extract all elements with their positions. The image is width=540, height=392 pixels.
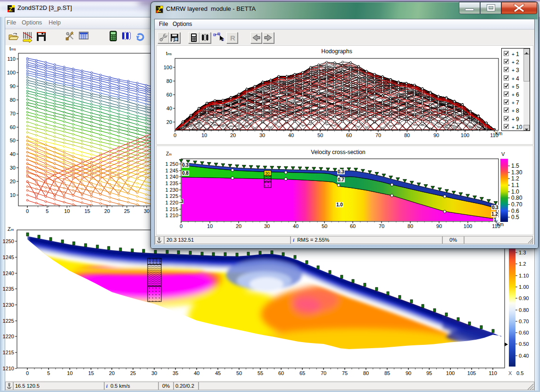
svg-text:0.50: 0.50 [519,341,529,347]
svg-text:15: 15 [88,370,94,376]
svg-text:90: 90 [406,370,411,376]
svg-text:1225: 1225 [3,318,14,324]
svg-text:1.10: 1.10 [519,273,529,278]
svg-text:60: 60 [10,124,16,130]
svg-text:70: 70 [321,370,326,376]
svg-text:X: X [508,370,512,376]
svg-text:110: 110 [489,370,497,376]
svg-text:1.00: 1.00 [519,284,529,290]
svg-text:0.5: 0.5 [516,370,523,376]
svg-text:10: 10 [10,192,16,198]
svg-text:15: 15 [84,208,90,214]
svg-text:55: 55 [258,370,263,376]
svg-text:tms: tms [9,46,16,51]
svg-text:50: 50 [10,138,16,143]
svg-text:30: 30 [151,370,157,376]
svg-text:95: 95 [426,370,432,376]
svg-text:1230: 1230 [3,302,14,308]
svg-text:1245: 1245 [3,254,14,260]
svg-text:100: 100 [446,370,455,376]
svg-text:60: 60 [278,370,284,376]
svg-text:5: 5 [46,208,49,214]
svg-text:65: 65 [299,370,305,376]
svg-text:75: 75 [342,370,348,376]
svg-text:0.60: 0.60 [519,330,529,335]
svg-text:0.40: 0.40 [519,353,529,359]
svg-text:10: 10 [64,208,70,214]
svg-text:20: 20 [109,370,115,376]
svg-text:100: 100 [7,70,16,75]
svg-text:0.70: 0.70 [519,318,529,324]
svg-text:85: 85 [384,370,390,376]
svg-text:25: 25 [130,370,136,376]
svg-text:20: 20 [104,208,110,214]
svg-text:40: 40 [194,370,199,376]
svg-text:10: 10 [67,370,73,376]
svg-text:40: 40 [10,151,16,157]
svg-text:20: 20 [10,179,16,184]
svg-text:35: 35 [173,370,178,376]
svg-text:105: 105 [467,370,476,376]
svg-text:45: 45 [215,370,221,376]
svg-text:1250: 1250 [3,238,14,244]
svg-text:0: 0 [26,370,29,376]
svg-text:1.3: 1.3 [519,250,526,255]
svg-text:90: 90 [10,83,16,89]
svg-text:80: 80 [363,370,369,376]
svg-text:Z: Z [158,7,161,13]
svg-text:50: 50 [236,370,242,376]
svg-text:0: 0 [26,208,29,214]
svg-text:1235: 1235 [3,286,14,292]
svg-text:1.2: 1.2 [519,261,526,267]
svg-text:30: 30 [144,208,150,214]
svg-text:5: 5 [47,370,50,376]
svg-text:80: 80 [10,97,16,103]
svg-text:110: 110 [7,56,16,62]
svg-text:0.90: 0.90 [519,295,529,301]
svg-text:70: 70 [10,111,16,116]
svg-text:1210: 1210 [3,366,14,371]
svg-text:25: 25 [124,208,130,214]
svg-text:Zm: Zm [8,226,14,232]
svg-text:1215: 1215 [3,350,14,355]
svg-text:1240: 1240 [3,270,14,276]
svg-text:0.80: 0.80 [519,307,529,313]
svg-text:1220: 1220 [3,334,14,339]
svg-text:30: 30 [10,165,16,171]
